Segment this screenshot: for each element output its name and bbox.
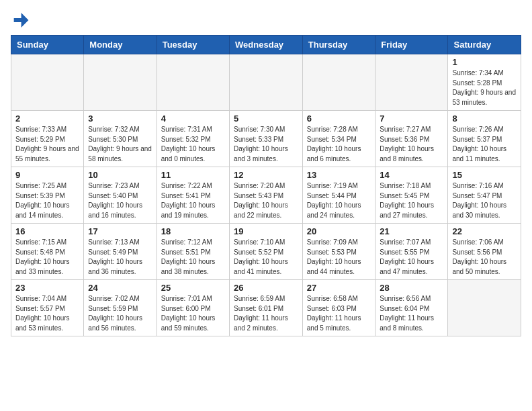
calendar-cell: 26Sunrise: 6:59 AM Sunset: 6:01 PM Dayli…	[230, 280, 303, 336]
calendar-cell: 22Sunrise: 7:06 AM Sunset: 5:56 PM Dayli…	[448, 224, 521, 280]
day-info: Sunrise: 7:27 AM Sunset: 5:36 PM Dayligh…	[380, 125, 443, 164]
day-number: 9	[15, 170, 79, 180]
day-info: Sunrise: 7:04 AM Sunset: 5:57 PM Dayligh…	[15, 294, 79, 333]
day-number: 11	[161, 170, 225, 180]
calendar-cell: 1Sunrise: 7:34 AM Sunset: 5:28 PM Daylig…	[448, 54, 521, 111]
day-info: Sunrise: 7:23 AM Sunset: 5:40 PM Dayligh…	[88, 181, 152, 220]
day-info: Sunrise: 6:59 AM Sunset: 6:01 PM Dayligh…	[234, 294, 298, 333]
day-info: Sunrise: 7:13 AM Sunset: 5:49 PM Dayligh…	[88, 238, 152, 277]
calendar-cell: 8Sunrise: 7:26 AM Sunset: 5:37 PM Daylig…	[448, 111, 521, 167]
calendar-cell: 11Sunrise: 7:22 AM Sunset: 5:41 PM Dayli…	[157, 167, 229, 224]
calendar-cell: 19Sunrise: 7:10 AM Sunset: 5:52 PM Dayli…	[230, 224, 303, 280]
day-number: 3	[88, 113, 152, 124]
day-number: 1	[452, 57, 517, 67]
calendar-cell: 23Sunrise: 7:04 AM Sunset: 5:57 PM Dayli…	[11, 280, 84, 336]
calendar-cell	[84, 54, 157, 111]
calendar-cell	[448, 280, 521, 336]
day-number: 7	[380, 113, 443, 124]
day-number: 20	[307, 226, 371, 236]
day-number: 25	[161, 283, 225, 293]
calendar-cell: 6Sunrise: 7:28 AM Sunset: 5:34 PM Daylig…	[302, 111, 375, 167]
calendar-cell: 24Sunrise: 7:02 AM Sunset: 5:59 PM Dayli…	[84, 280, 157, 336]
calendar-cell: 28Sunrise: 6:56 AM Sunset: 6:04 PM Dayli…	[375, 280, 448, 336]
day-info: Sunrise: 7:18 AM Sunset: 5:45 PM Dayligh…	[380, 181, 443, 220]
day-info: Sunrise: 7:28 AM Sunset: 5:34 PM Dayligh…	[307, 125, 371, 164]
weekday-header-row: SundayMondayTuesdayWednesdayThursdayFrid…	[11, 36, 521, 54]
calendar-cell: 12Sunrise: 7:20 AM Sunset: 5:43 PM Dayli…	[230, 167, 303, 224]
calendar-week-row: 1Sunrise: 7:34 AM Sunset: 5:28 PM Daylig…	[11, 54, 521, 111]
svg-marker-1	[14, 13, 29, 28]
day-number: 18	[161, 226, 225, 236]
day-info: Sunrise: 7:06 AM Sunset: 5:56 PM Dayligh…	[452, 238, 517, 277]
day-info: Sunrise: 7:19 AM Sunset: 5:44 PM Dayligh…	[307, 181, 371, 220]
calendar-cell: 5Sunrise: 7:30 AM Sunset: 5:33 PM Daylig…	[230, 111, 303, 167]
day-info: Sunrise: 7:09 AM Sunset: 5:53 PM Dayligh…	[307, 238, 371, 277]
weekday-header-sunday: Sunday	[11, 36, 84, 54]
calendar-week-row: 9Sunrise: 7:25 AM Sunset: 5:39 PM Daylig…	[11, 167, 521, 224]
calendar-week-row: 16Sunrise: 7:15 AM Sunset: 5:48 PM Dayli…	[11, 224, 521, 280]
weekday-header-wednesday: Wednesday	[230, 36, 303, 54]
calendar-cell	[302, 54, 375, 111]
day-number: 2	[15, 113, 79, 124]
day-info: Sunrise: 7:20 AM Sunset: 5:43 PM Dayligh…	[234, 181, 298, 220]
calendar-cell: 20Sunrise: 7:09 AM Sunset: 5:53 PM Dayli…	[302, 224, 375, 280]
calendar-cell	[375, 54, 448, 111]
day-info: Sunrise: 7:25 AM Sunset: 5:39 PM Dayligh…	[15, 181, 79, 220]
calendar-cell: 16Sunrise: 7:15 AM Sunset: 5:48 PM Dayli…	[11, 224, 84, 280]
day-info: Sunrise: 7:31 AM Sunset: 5:32 PM Dayligh…	[161, 125, 225, 164]
day-number: 13	[307, 170, 371, 180]
calendar-cell: 25Sunrise: 7:01 AM Sunset: 6:00 PM Dayli…	[157, 280, 229, 336]
day-number: 17	[88, 226, 152, 236]
day-number: 14	[380, 170, 443, 180]
day-info: Sunrise: 7:10 AM Sunset: 5:52 PM Dayligh…	[234, 238, 298, 277]
day-info: Sunrise: 7:01 AM Sunset: 6:00 PM Dayligh…	[161, 294, 225, 333]
calendar-cell: 21Sunrise: 7:07 AM Sunset: 5:55 PM Dayli…	[375, 224, 448, 280]
day-info: Sunrise: 6:56 AM Sunset: 6:04 PM Dayligh…	[380, 294, 443, 333]
day-number: 19	[234, 226, 298, 236]
day-info: Sunrise: 7:16 AM Sunset: 5:47 PM Dayligh…	[452, 181, 517, 220]
day-number: 24	[88, 283, 152, 293]
day-number: 12	[234, 170, 298, 180]
day-number: 6	[307, 113, 371, 124]
calendar-cell: 13Sunrise: 7:19 AM Sunset: 5:44 PM Dayli…	[302, 167, 375, 224]
calendar-cell: 27Sunrise: 6:58 AM Sunset: 6:03 PM Dayli…	[302, 280, 375, 336]
day-number: 15	[452, 170, 517, 180]
calendar-cell: 7Sunrise: 7:27 AM Sunset: 5:36 PM Daylig…	[375, 111, 448, 167]
day-info: Sunrise: 7:34 AM Sunset: 5:28 PM Dayligh…	[452, 68, 517, 107]
day-number: 4	[161, 113, 225, 124]
day-number: 16	[15, 226, 79, 236]
day-info: Sunrise: 7:30 AM Sunset: 5:33 PM Dayligh…	[234, 125, 298, 164]
weekday-header-friday: Friday	[375, 36, 448, 54]
day-number: 8	[452, 113, 517, 124]
calendar-cell: 4Sunrise: 7:31 AM Sunset: 5:32 PM Daylig…	[157, 111, 229, 167]
calendar-cell	[157, 54, 229, 111]
calendar-week-row: 23Sunrise: 7:04 AM Sunset: 5:57 PM Dayli…	[11, 280, 521, 336]
calendar-cell: 3Sunrise: 7:32 AM Sunset: 5:30 PM Daylig…	[84, 111, 157, 167]
logo	[11, 11, 32, 30]
day-info: Sunrise: 7:32 AM Sunset: 5:30 PM Dayligh…	[88, 125, 152, 164]
calendar-week-row: 2Sunrise: 7:33 AM Sunset: 5:29 PM Daylig…	[11, 111, 521, 167]
day-info: Sunrise: 7:26 AM Sunset: 5:37 PM Dayligh…	[452, 125, 517, 164]
day-info: Sunrise: 7:33 AM Sunset: 5:29 PM Dayligh…	[15, 125, 79, 164]
day-info: Sunrise: 7:15 AM Sunset: 5:48 PM Dayligh…	[15, 238, 79, 277]
day-info: Sunrise: 7:02 AM Sunset: 5:59 PM Dayligh…	[88, 294, 152, 333]
calendar-cell: 17Sunrise: 7:13 AM Sunset: 5:49 PM Dayli…	[84, 224, 157, 280]
logo-icon	[11, 11, 30, 30]
calendar-cell: 14Sunrise: 7:18 AM Sunset: 5:45 PM Dayli…	[375, 167, 448, 224]
calendar-table: SundayMondayTuesdayWednesdayThursdayFrid…	[11, 35, 521, 336]
day-number: 22	[452, 226, 517, 236]
day-number: 5	[234, 113, 298, 124]
day-info: Sunrise: 7:12 AM Sunset: 5:51 PM Dayligh…	[161, 238, 225, 277]
calendar-cell: 18Sunrise: 7:12 AM Sunset: 5:51 PM Dayli…	[157, 224, 229, 280]
page-header	[11, 11, 521, 30]
day-info: Sunrise: 7:07 AM Sunset: 5:55 PM Dayligh…	[380, 238, 443, 277]
calendar-cell: 10Sunrise: 7:23 AM Sunset: 5:40 PM Dayli…	[84, 167, 157, 224]
day-number: 10	[88, 170, 152, 180]
calendar-cell	[11, 54, 84, 111]
weekday-header-monday: Monday	[84, 36, 157, 54]
day-number: 28	[380, 283, 443, 293]
day-number: 27	[307, 283, 371, 293]
calendar-cell: 9Sunrise: 7:25 AM Sunset: 5:39 PM Daylig…	[11, 167, 84, 224]
day-number: 23	[15, 283, 79, 293]
calendar-cell: 15Sunrise: 7:16 AM Sunset: 5:47 PM Dayli…	[448, 167, 521, 224]
